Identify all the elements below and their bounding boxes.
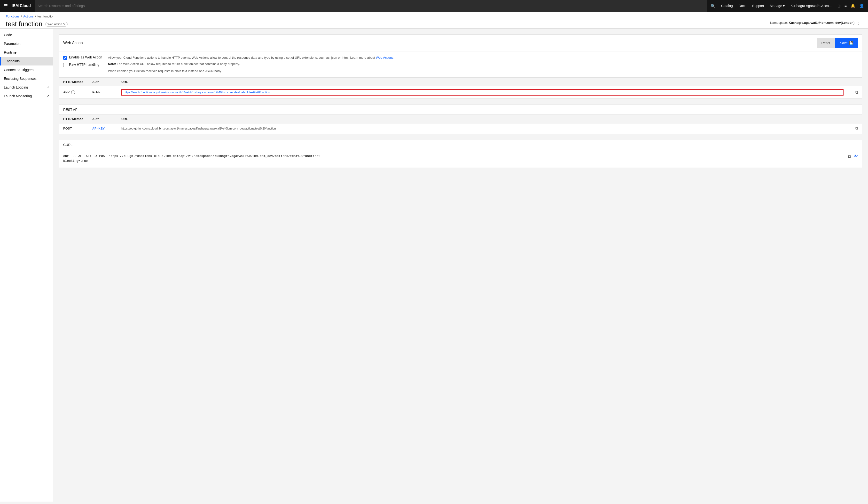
note-text: Note: The Web Action URL below requires … bbox=[108, 62, 858, 67]
col-actions bbox=[844, 80, 858, 84]
curl-action-buttons: ⧉ 👁 bbox=[848, 154, 858, 159]
page-title-row: test function Web Action ✎ Namespace: Ku… bbox=[6, 20, 862, 28]
hamburger-menu[interactable]: ☰ bbox=[4, 3, 8, 9]
copy-url-button[interactable]: ⧉ bbox=[855, 90, 858, 94]
breadcrumb-sep1: / bbox=[21, 14, 22, 18]
user-icon[interactable]: 👤 bbox=[859, 4, 864, 8]
enable-description-text: Allow your Cloud Functions actions to ha… bbox=[108, 55, 858, 60]
col-url: URL bbox=[121, 80, 844, 84]
sidebar-item-launch-monitoring[interactable]: Launch Monitoring ↗ bbox=[0, 92, 53, 100]
web-action-badge-label: Web Action bbox=[48, 22, 62, 26]
breadcrumb-functions[interactable]: Functions bbox=[6, 14, 19, 18]
enable-web-action-checkbox-label[interactable]: Enable as Web Action bbox=[63, 55, 102, 60]
curl-row: curl -u API-KEY -X POST https://eu-gb.fu… bbox=[63, 154, 858, 164]
curl-section: curl -u API-KEY -X POST https://eu-gb.fu… bbox=[59, 150, 862, 168]
web-action-table-row: ANY i Public https://eu-gb.functions.app… bbox=[59, 86, 862, 99]
namespace-label: Namespace: bbox=[770, 21, 788, 24]
rest-method-value: POST bbox=[63, 127, 92, 130]
raw-http-checkbox[interactable] bbox=[63, 63, 67, 67]
main-layout: Code Parameters Runtime Endpoints Connec… bbox=[0, 29, 868, 502]
sidebar-item-enclosing-sequences[interactable]: Enclosing Sequences bbox=[0, 74, 53, 83]
manage-menu[interactable]: Manage ▾ bbox=[770, 4, 785, 8]
web-action-card-title: Web Action bbox=[63, 41, 83, 45]
breadcrumb: Functions / Actions / test function bbox=[6, 14, 862, 18]
web-action-badge: Web Action ✎ bbox=[45, 22, 68, 27]
raw-http-checkbox-label[interactable]: Raw HTTP handling bbox=[63, 63, 102, 67]
catalog-link[interactable]: Catalog bbox=[721, 4, 733, 8]
web-action-table-header: HTTP Method Auth URL bbox=[59, 78, 862, 86]
web-action-url[interactable]: https://eu-gb.functions.appdomain.cloud/… bbox=[121, 89, 844, 95]
search-icon: 🔍 bbox=[711, 4, 715, 8]
top-nav-icons: ⊞ ≡ 🔔 👤 bbox=[837, 4, 864, 8]
page-title: test function bbox=[6, 20, 42, 28]
web-action-card-header: Web Action Reset Save 💾 bbox=[59, 35, 862, 51]
rest-api-table-row: POST API-KEY https://eu-gb.functions.clo… bbox=[59, 123, 862, 134]
page-header: Functions / Actions / test function test… bbox=[0, 12, 868, 29]
namespace-value: Kushagra.agarwal1@ibm.com_dev(London) bbox=[789, 21, 855, 24]
web-action-table: HTTP Method Auth URL ANY i Public https:… bbox=[59, 78, 862, 99]
info-icon[interactable]: i bbox=[71, 90, 75, 94]
top-navigation: ☰ IBM Cloud 🔍 Catalog Docs Support Manag… bbox=[0, 0, 868, 12]
reset-button[interactable]: Reset bbox=[817, 38, 835, 48]
sidebar: Code Parameters Runtime Endpoints Connec… bbox=[0, 29, 53, 502]
rest-api-url: https://eu-gb.functions.cloud.ibm.com/ap… bbox=[121, 127, 844, 130]
rest-col-url: URL bbox=[121, 117, 844, 121]
rest-api-title: REST API bbox=[59, 105, 862, 115]
card-actions: Reset Save 💾 bbox=[817, 38, 858, 48]
rest-col-auth: Auth bbox=[92, 117, 121, 121]
list-icon[interactable]: ≡ bbox=[845, 4, 847, 8]
curl-code: curl -u API-KEY -X POST https://eu-gb.fu… bbox=[63, 154, 320, 164]
breadcrumb-current: test function bbox=[37, 14, 54, 18]
copy-rest-url-button[interactable]: ⧉ bbox=[855, 127, 858, 131]
external-link-icon: ↗ bbox=[47, 85, 49, 89]
sidebar-item-runtime[interactable]: Runtime bbox=[0, 48, 53, 57]
brand-logo: IBM Cloud bbox=[12, 4, 31, 8]
notifications-icon[interactable]: 🔔 bbox=[850, 4, 855, 8]
curl-card-title: CURL bbox=[59, 140, 862, 150]
toggle-curl-visibility-button[interactable]: 👁 bbox=[854, 154, 858, 159]
namespace-info: Namespace: Kushagra.agarwal1@ibm.com_dev… bbox=[770, 20, 862, 28]
col-http-method: HTTP Method bbox=[63, 80, 92, 84]
edit-icon[interactable]: ✎ bbox=[63, 22, 65, 26]
enable-web-action-checkbox[interactable] bbox=[63, 56, 67, 60]
sidebar-item-launch-logging[interactable]: Launch Logging ↗ bbox=[0, 83, 53, 92]
rest-api-card: REST API HTTP Method Auth URL POST API-K… bbox=[59, 104, 862, 134]
save-button[interactable]: Save 💾 bbox=[835, 38, 858, 48]
more-options-button[interactable]: ⋮ bbox=[855, 20, 862, 26]
save-icon: 💾 bbox=[849, 41, 853, 45]
sidebar-item-code[interactable]: Code bbox=[0, 31, 53, 39]
rest-api-table: HTTP Method Auth URL POST API-KEY https:… bbox=[59, 115, 862, 134]
account-link[interactable]: Kushagra Agarwal's Acco... bbox=[790, 4, 831, 8]
curl-card: CURL curl -u API-KEY -X POST https://eu-… bbox=[59, 140, 862, 168]
search-input[interactable] bbox=[35, 0, 707, 12]
rest-api-table-header: HTTP Method Auth URL bbox=[59, 115, 862, 123]
web-actions-link[interactable]: Web Actions. bbox=[376, 56, 394, 59]
support-link[interactable]: Support bbox=[752, 4, 764, 8]
sidebar-item-connected-triggers[interactable]: Connected Triggers bbox=[0, 65, 53, 74]
raw-http-description: When enabled your Action receives reques… bbox=[108, 69, 858, 73]
grid-icon[interactable]: ⊞ bbox=[837, 4, 841, 8]
api-key-link[interactable]: API-KEY bbox=[92, 127, 121, 130]
enable-web-action-section: Enable as Web Action Raw HTTP handling A… bbox=[59, 51, 862, 78]
breadcrumb-actions[interactable]: Actions bbox=[23, 14, 34, 18]
copy-curl-button[interactable]: ⧉ bbox=[848, 154, 851, 159]
method-value: ANY bbox=[63, 90, 70, 94]
col-auth: Auth bbox=[92, 80, 121, 84]
raw-http-label: Raw HTTP handling bbox=[69, 63, 99, 67]
sidebar-item-parameters[interactable]: Parameters bbox=[0, 39, 53, 48]
external-link-icon: ↗ bbox=[47, 94, 49, 98]
breadcrumb-sep2: / bbox=[35, 14, 36, 18]
docs-link[interactable]: Docs bbox=[738, 4, 746, 8]
main-content: Web Action Reset Save 💾 Enable as Web Ac… bbox=[53, 29, 868, 502]
rest-col-actions bbox=[844, 117, 858, 121]
web-action-card: Web Action Reset Save 💾 Enable as Web Ac… bbox=[59, 34, 862, 99]
sidebar-item-endpoints[interactable]: Endpoints bbox=[0, 57, 53, 65]
rest-col-http-method: HTTP Method bbox=[63, 117, 92, 121]
checkbox-group: Enable as Web Action Raw HTTP handling bbox=[63, 55, 102, 67]
method-cell: ANY i bbox=[63, 90, 92, 94]
checkbox-description: Allow your Cloud Functions actions to ha… bbox=[108, 55, 858, 73]
enable-web-action-label: Enable as Web Action bbox=[69, 55, 102, 59]
nav-links: Catalog Docs Support Manage ▾ Kushagra A… bbox=[721, 4, 832, 8]
auth-value: Public bbox=[92, 90, 121, 94]
